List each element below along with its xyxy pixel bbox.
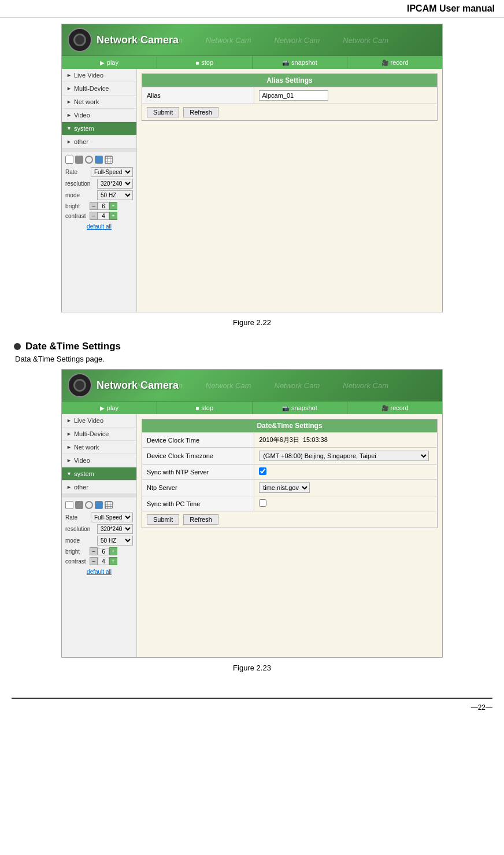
sidebar-item-video-2[interactable]: ► Video <box>62 454 136 467</box>
sidebar-arrow-other-2: ► <box>66 484 72 490</box>
color-dots-1 <box>65 156 133 164</box>
sidebar-controls-2: Rate Full-Speed resolution 320*240 mode <box>62 497 136 578</box>
ntp-server-select[interactable]: time.nist.gov <box>259 482 310 493</box>
sidebar-item-other-1[interactable]: ► other <box>62 135 136 149</box>
sync-ntp-row: Sync with NTP Server <box>142 465 438 480</box>
record-icon-1: 🎥 <box>381 60 388 66</box>
contrast-plus-2[interactable]: + <box>109 557 117 565</box>
sidebar-arrow-other-1: ► <box>66 139 72 145</box>
default-all-2[interactable]: default all <box>65 569 133 575</box>
play-button-2[interactable]: ▶ play <box>62 401 157 414</box>
dot-blue-2 <box>95 501 103 509</box>
timezone-value: (GMT +08:00) Beijing, Singapore, Taipei <box>254 448 438 465</box>
refresh-button-1[interactable]: Refresh <box>183 107 218 117</box>
default-all-1[interactable]: default all <box>65 223 133 230</box>
color-dots-2 <box>65 501 133 509</box>
snapshot-icon-2: 📷 <box>282 405 289 411</box>
dot-gray-2 <box>75 501 83 509</box>
snapshot-button-1[interactable]: 📷 snapshot <box>253 56 348 69</box>
mode-select-1[interactable]: 50 HZ <box>97 190 133 200</box>
sync-pc-row: Sync with PC Time <box>142 496 438 511</box>
settings-buttons-row-2: Submit Refresh <box>142 511 438 528</box>
sidebar-arrow-multidevice-2: ► <box>66 431 72 437</box>
sync-ntp-label: Sync with NTP Server <box>142 465 254 480</box>
sidebar-item-system-2[interactable]: ▼ system <box>62 467 136 481</box>
page-header: IPCAM User manual <box>0 0 504 18</box>
sidebar-item-multidevice-1[interactable]: ► Multi-Device <box>62 82 136 95</box>
dot-gray-1 <box>75 156 83 164</box>
alias-input[interactable] <box>259 90 328 101</box>
mode-row-1: mode 50 HZ <box>65 190 133 200</box>
record-button-2[interactable]: 🎥 record <box>347 401 442 414</box>
bright-plus-2[interactable]: + <box>109 547 117 555</box>
section-subtitle: Data &Time Settings page. <box>15 355 492 363</box>
snapshot-button-2[interactable]: 📷 snapshot <box>253 401 348 414</box>
page-number: —22— <box>471 703 492 712</box>
contrast-plus-1[interactable]: + <box>109 212 117 220</box>
camera-logo-1 <box>68 28 92 52</box>
contrast-minus-1[interactable]: – <box>90 212 98 220</box>
settings-title-1: Alias Settings <box>142 74 438 87</box>
sync-pc-value <box>254 496 438 511</box>
stop-icon-2: ■ <box>195 405 199 411</box>
mode-select-2[interactable]: 50 HZ <box>97 536 133 546</box>
submit-button-2[interactable]: Submit <box>147 514 179 525</box>
bright-plus-1[interactable]: + <box>109 202 117 210</box>
sidebar-item-livevideo-1[interactable]: ► Live Video <box>62 69 136 82</box>
sync-pc-checkbox[interactable] <box>259 499 266 507</box>
sidebar-item-other-2[interactable]: ► other <box>62 481 136 494</box>
bright-row-2: bright – 6 + <box>65 547 133 555</box>
alias-value <box>254 87 438 104</box>
rate-select-1[interactable]: Full-Speed <box>91 167 133 177</box>
play-icon-2: ▶ <box>100 405 105 411</box>
stop-button-2[interactable]: ■ stop <box>157 401 253 414</box>
camera-ui-2: Network CamNetwork CamNetwork CamNetwork… <box>61 369 443 658</box>
bright-minus-2[interactable]: – <box>90 547 98 555</box>
section-heading: Date &Time Settings <box>14 341 492 352</box>
bright-label-2: bright <box>65 548 90 555</box>
sidebar-arrow-network-1: ► <box>66 99 72 105</box>
bright-label-1: bright <box>65 203 90 209</box>
sidebar-item-system-1[interactable]: ▼ system <box>62 122 136 135</box>
sidebar-arrow-system-2: ▼ <box>66 471 72 477</box>
rate-row-2: Rate Full-Speed <box>65 513 133 522</box>
page-title: IPCAM User manual <box>407 3 495 13</box>
sidebar-arrow-livevideo-2: ► <box>66 418 72 423</box>
sidebar-item-network-1[interactable]: ► Net work <box>62 95 136 109</box>
resolution-label-1: resolution <box>65 180 97 187</box>
stop-button-1[interactable]: ■ stop <box>157 56 253 69</box>
camera-ui-1: Network CamNetwork CamNetwork CamNetwork… <box>61 24 443 312</box>
resolution-select-1[interactable]: 320*240 <box>97 179 133 189</box>
snapshot-icon-1: 📷 <box>282 60 289 66</box>
sidebar-arrow-system-1: ▼ <box>66 126 72 131</box>
resolution-label-2: resolution <box>65 526 97 532</box>
sidebar-arrow-video-1: ► <box>66 112 72 118</box>
contrast-minus-2[interactable]: – <box>90 557 98 565</box>
camera-lens-2 <box>73 379 86 392</box>
cam-title-1: Network Camera <box>97 34 179 46</box>
refresh-button-2[interactable]: Refresh <box>183 514 218 525</box>
play-button-1[interactable]: ▶ play <box>62 56 157 69</box>
play-icon-1: ▶ <box>100 60 105 66</box>
sync-ntp-checkbox[interactable] <box>259 467 266 475</box>
sidebar-item-multidevice-2[interactable]: ► Multi-Device <box>62 428 136 441</box>
rate-select-2[interactable]: Full-Speed <box>91 513 133 522</box>
bright-minus-1[interactable]: – <box>90 202 98 210</box>
record-button-1[interactable]: 🎥 record <box>347 56 442 69</box>
bright-val-1: 6 <box>98 202 109 210</box>
timezone-select[interactable]: (GMT +08:00) Beijing, Singapore, Taipei <box>259 451 429 461</box>
figure-1-label: Figure 2.22 <box>233 318 271 327</box>
ntp-server-row: Ntp Server time.nist.gov <box>142 480 438 496</box>
submit-button-1[interactable]: Submit <box>147 107 179 117</box>
settings-title-2: Date&Time Settings <box>142 419 438 433</box>
sidebar-item-video-1[interactable]: ► Video <box>62 109 136 122</box>
sidebar-item-network-2[interactable]: ► Net work <box>62 441 136 454</box>
dot-white-2 <box>65 501 73 509</box>
cam-header-1: Network CamNetwork CamNetwork CamNetwork… <box>62 24 442 56</box>
footer-row: —22— <box>12 701 492 714</box>
settings-buttons-cell-1: Submit Refresh <box>142 104 438 121</box>
resolution-select-2[interactable]: 320*240 <box>97 524 133 534</box>
bright-val-2: 6 <box>98 548 109 555</box>
sidebar-item-livevideo-2[interactable]: ► Live Video <box>62 414 136 428</box>
mode-label-2: mode <box>65 537 97 544</box>
